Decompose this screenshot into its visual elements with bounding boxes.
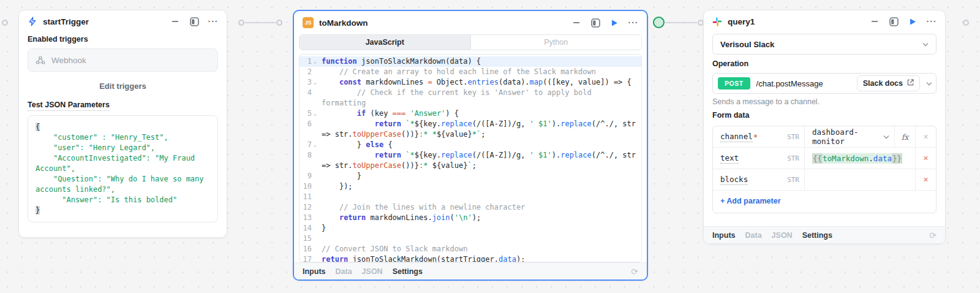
connector-dot[interactable] (276, 20, 282, 26)
line-gutter[interactable]: 5⌄ (300, 108, 322, 119)
line-gutter[interactable]: 7⌄ (300, 140, 322, 150)
add-parameter-button[interactable]: + Add parameter (713, 191, 936, 213)
footer-tab-settings[interactable]: Settings (393, 267, 423, 276)
code-line[interactable]: 5⌄ if (key === 'Answer') { (300, 108, 641, 119)
code-text: // Convert JSON to Slack markdown (322, 244, 641, 254)
code-line[interactable]: 15 (300, 234, 641, 244)
code-line[interactable]: 8 return `*${key.replace(/([A-Z])/g, ' $… (300, 150, 641, 171)
run-icon[interactable] (609, 18, 619, 28)
chevron-down-icon (926, 82, 932, 86)
form-data-label: Form data (704, 107, 945, 123)
panel-toggle-icon[interactable] (889, 17, 899, 26)
code-line[interactable]: "Question": "Why do I have so many accou… (36, 174, 210, 195)
form-row-text: textSTR{{toMarkdown.data}}× (713, 148, 936, 169)
footer-tab-settings[interactable]: Settings (802, 231, 832, 240)
code-line[interactable]: 7⌄ } else { (300, 140, 641, 150)
slack-docs-button[interactable]: Slack docs (857, 75, 920, 91)
chevron-down-icon[interactable] (883, 135, 889, 139)
connector-dot[interactable] (963, 20, 969, 26)
param-name: blocks (720, 175, 748, 185)
operation-select[interactable]: POST /chat.postMessage Slack docs (712, 73, 937, 94)
resource-select[interactable]: Verisoul Slack (712, 34, 937, 55)
fx-toggle[interactable]: fx (894, 126, 915, 147)
code-line[interactable]: } (36, 205, 210, 216)
to-markdown-panel[interactable]: JS toMarkdown ··· JavaScript Python 1⌄fu… (293, 10, 648, 281)
edit-triggers-button[interactable]: Edit triggers (19, 74, 227, 97)
webhook-trigger[interactable]: Webhook (28, 48, 218, 72)
form-row-channel: channel*STRdashboard-monitorfx× (713, 126, 936, 148)
tab-python[interactable]: Python (470, 35, 642, 50)
connector-dot-active[interactable] (653, 17, 665, 28)
code-line[interactable]: "Answer": "Is this bolded" (36, 195, 210, 205)
code-line[interactable]: { (36, 122, 210, 132)
param-value-text: dashboard-monitor (812, 127, 883, 146)
more-menu-icon[interactable]: ··· (927, 17, 937, 26)
panel-toggle-icon[interactable] (189, 17, 199, 26)
code-line[interactable]: "user": "Henry Legard", (36, 143, 210, 153)
more-menu-icon[interactable]: ··· (628, 18, 638, 28)
run-icon[interactable] (908, 17, 918, 26)
code-line[interactable]: 13 return markdownLines.join('\n'); (300, 213, 641, 223)
form-row-blocks: blocksSTR× (713, 169, 936, 191)
code-line[interactable]: "AccountInvestigated": "My Fraud Account… (36, 153, 210, 174)
remove-param-button[interactable]: × (915, 169, 936, 190)
code-line[interactable]: 3⌄ const markdownLines = Object.entries(… (300, 77, 641, 88)
code-line[interactable]: 14} (300, 223, 641, 234)
minimize-icon[interactable] (870, 17, 880, 26)
connector-dot[interactable] (2, 20, 8, 26)
remove-param-button[interactable]: × (915, 126, 936, 147)
tab-javascript[interactable]: JavaScript (300, 35, 470, 50)
footer-tab-json[interactable]: JSON (772, 231, 793, 240)
footer-tab-inputs[interactable]: Inputs (712, 231, 736, 240)
footer-tab-inputs[interactable]: Inputs (303, 267, 326, 276)
code-line[interactable]: 17return jsonToSlackMarkdown(startTrigge… (300, 254, 641, 262)
line-gutter[interactable]: 1⌄ (300, 56, 322, 67)
test-json-editor[interactable]: { "customer" : "Henry_Test", "user": "He… (28, 115, 218, 223)
code-line[interactable]: 16// Convert JSON to Slack markdown (300, 244, 641, 254)
more-menu-icon[interactable]: ··· (208, 17, 218, 26)
query1-panel[interactable]: query1 ··· Verisoul Slack Operation POST… (703, 10, 946, 244)
code-line[interactable]: 12 // Join the lines with a newline char… (300, 202, 641, 213)
param-name-cell[interactable]: channel*STR (713, 126, 805, 147)
code-line[interactable]: 9 } (300, 171, 641, 181)
panel-footer: InputsDataJSONSettings ⟳ (294, 262, 647, 280)
language-tabs: JavaScript Python (299, 34, 642, 50)
line-gutter[interactable]: 3⌄ (300, 77, 322, 88)
minimize-icon[interactable] (571, 18, 581, 28)
minimize-icon[interactable] (170, 17, 180, 26)
code-line[interactable]: 2 // Create an array to hold each line o… (300, 67, 641, 77)
code-text: // Create an array to hold each line of … (322, 67, 641, 77)
footer-tab-data[interactable]: Data (336, 267, 352, 276)
param-name-cell[interactable]: blocksSTR (713, 169, 805, 190)
resource-value: Verisoul Slack (720, 40, 774, 49)
code-line[interactable]: 1⌄function jsonToSlackMarkdown(data) { (300, 56, 641, 67)
panel-toggle-icon[interactable] (590, 18, 600, 28)
param-value-input[interactable]: {{toMarkdown.data}} (805, 148, 915, 169)
code-line[interactable]: 11 (300, 192, 641, 202)
param-value-input[interactable]: dashboard-monitor (805, 126, 894, 147)
param-name-cell[interactable]: textSTR (713, 148, 805, 169)
footer-tab-json[interactable]: JSON (362, 267, 383, 276)
code-line[interactable]: 4 // Check if the current key is 'Answer… (300, 88, 641, 108)
param-value-input[interactable] (805, 169, 915, 190)
code-editor[interactable]: 1⌄function jsonToSlackMarkdown(data) {2 … (299, 54, 642, 262)
remove-param-button[interactable]: × (915, 148, 936, 169)
line-gutter: 16 (300, 244, 322, 254)
required-asterisk: * (753, 132, 758, 142)
footer-tab-data[interactable]: Data (745, 231, 762, 240)
code-text: return `*${key.replace(/([A-Z])/g, ' $1'… (322, 119, 641, 140)
code-line[interactable]: 6 return `*${key.replace(/([A-Z])/g, ' $… (300, 119, 641, 140)
refresh-icon[interactable]: ⟳ (631, 267, 638, 276)
code-text: } (36, 205, 210, 216)
code-text: "customer" : "Henry_Test", (36, 132, 210, 143)
code-line[interactable]: 10 }); (300, 181, 641, 192)
webhook-icon (36, 55, 45, 65)
code-text: "AccountInvestigated": "My Fraud Account… (36, 153, 210, 174)
code-text: "Question": "Why do I have so many accou… (36, 174, 210, 195)
refresh-icon[interactable]: ⟳ (929, 230, 937, 240)
start-trigger-panel[interactable]: startTrigger ··· Enabled triggers Webhoo… (18, 10, 227, 238)
code-text: const markdownLines = Object.entries(dat… (322, 77, 641, 88)
connector-dot[interactable] (238, 20, 244, 26)
code-line[interactable]: "customer" : "Henry_Test", (36, 132, 210, 143)
panel-title: query1 (728, 17, 755, 26)
